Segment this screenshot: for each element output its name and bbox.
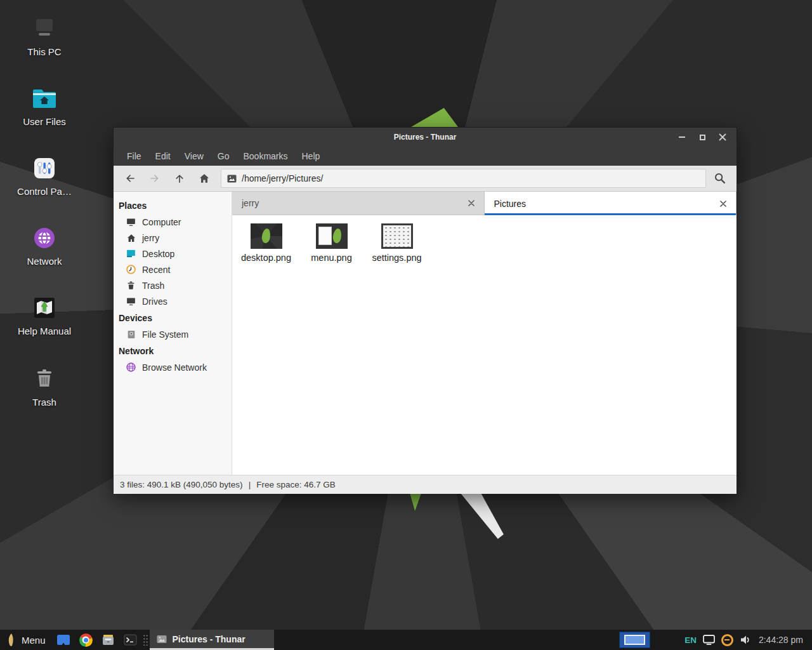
- file-menu-png[interactable]: menu.png: [299, 223, 364, 263]
- file-grid[interactable]: desktop.png menu.png settings.png: [232, 215, 737, 475]
- computer-icon: [6, 15, 82, 42]
- update-manager-icon[interactable]: [721, 634, 733, 646]
- home-icon: [198, 172, 211, 185]
- tab-label: jerry: [242, 198, 259, 208]
- toolbar: /home/jerry/Pictures/: [114, 166, 737, 192]
- sidebar-item-label: File System: [142, 329, 188, 340]
- sidebar-item-trash[interactable]: Trash: [114, 277, 232, 293]
- files-summary: 3 files: 490.1 kB (490,050 bytes): [120, 480, 243, 489]
- launcher-file-manager[interactable]: [97, 630, 119, 650]
- desktop-icon-trash[interactable]: Trash: [6, 366, 82, 408]
- sidebar-item-file-system[interactable]: File System: [114, 326, 232, 342]
- tab-close-button[interactable]: [720, 201, 726, 207]
- launcher-chrome[interactable]: [75, 630, 97, 650]
- desktop-icon-control-panel[interactable]: Control Pa…: [6, 155, 82, 197]
- menubar: File Edit View Go Bookmarks Help: [114, 147, 737, 166]
- close-icon: [719, 133, 726, 141]
- path-bar[interactable]: /home/jerry/Pictures/: [221, 169, 706, 188]
- sidebar-item-label: Browse Network: [142, 362, 207, 373]
- tab-jerry[interactable]: jerry: [232, 192, 485, 215]
- keyboard-layout-indicator[interactable]: EN: [684, 635, 697, 645]
- tab-close-button[interactable]: [468, 200, 475, 206]
- menu-view[interactable]: View: [178, 148, 211, 164]
- sidebar-item-computer[interactable]: Computer: [114, 214, 232, 230]
- menu-go[interactable]: Go: [211, 148, 237, 164]
- clock-icon: [126, 264, 136, 275]
- forward-button[interactable]: [142, 168, 167, 189]
- desktop-icon-user-files[interactable]: User Files: [6, 85, 82, 127]
- sidebar-item-label: Drives: [142, 296, 167, 307]
- back-button[interactable]: [117, 168, 142, 189]
- menu-bookmarks[interactable]: Bookmarks: [236, 148, 294, 164]
- volume-icon[interactable]: [739, 633, 752, 646]
- sidebar-item-browse-network[interactable]: Browse Network: [114, 359, 232, 375]
- sidebar-item-drives[interactable]: Drives: [114, 293, 232, 309]
- trash-icon: [6, 366, 82, 392]
- launcher-terminal[interactable]: [119, 630, 141, 650]
- search-icon: [713, 171, 727, 185]
- status-separator: |: [249, 480, 251, 489]
- image-file-icon: [227, 175, 237, 183]
- help-manual-icon: [6, 295, 82, 321]
- file-settings-png[interactable]: settings.png: [364, 223, 429, 263]
- close-icon: [720, 201, 726, 207]
- desktop-icon-help-manual[interactable]: Help Manual: [6, 295, 82, 336]
- taskbar-window-title: Pictures - Thunar: [173, 634, 246, 644]
- control-panel-icon: [6, 155, 82, 182]
- sidebar-item-label: Desktop: [142, 249, 174, 259]
- search-button[interactable]: [706, 168, 734, 189]
- workspace-window-preview: [624, 635, 645, 645]
- menu-file[interactable]: File: [120, 148, 148, 164]
- sidebar-item-desktop[interactable]: Desktop: [114, 246, 232, 262]
- drive-icon: [126, 296, 136, 307]
- sidebar-item-jerry-home[interactable]: jerry: [114, 230, 232, 246]
- tab-pictures[interactable]: Pictures: [485, 192, 737, 215]
- desktop: This PC User Files Control Pa… Network H…: [0, 0, 812, 650]
- sidebar-item-recent[interactable]: Recent: [114, 262, 232, 277]
- maximize-button[interactable]: [692, 128, 712, 147]
- wallpaper-logo-fragment: [461, 493, 505, 539]
- desktop-icon-label: Help Manual: [6, 326, 82, 336]
- menu-help[interactable]: Help: [295, 148, 327, 164]
- close-button[interactable]: [712, 128, 733, 147]
- hard-disk-icon: [126, 329, 136, 340]
- back-arrow-icon: [124, 172, 136, 185]
- maximize-icon: [700, 135, 705, 140]
- taskbar-window-button[interactable]: Pictures - Thunar: [150, 630, 274, 650]
- up-button[interactable]: [167, 168, 192, 189]
- tab-bar: jerry Pictures: [232, 192, 737, 215]
- panel-separator: [143, 634, 148, 646]
- clock[interactable]: 2:44:28 pm: [759, 635, 807, 645]
- image-thumbnail: [381, 223, 413, 249]
- status-bar: 3 files: 490.1 kB (490,050 bytes) | Free…: [114, 475, 737, 494]
- file-cabinet-icon: [101, 633, 115, 647]
- sidebar-item-label: Trash: [142, 281, 164, 291]
- menu-edit[interactable]: Edit: [148, 148, 178, 164]
- display-icon[interactable]: [702, 634, 716, 646]
- forward-arrow-icon: [148, 172, 161, 185]
- user-files-folder-icon: [6, 85, 82, 112]
- desktop-icon-label: Trash: [6, 397, 82, 408]
- workspace-switcher[interactable]: [619, 632, 650, 648]
- desktop-icon-label: Network: [6, 256, 82, 267]
- minimize-icon: [679, 136, 685, 138]
- menu-button[interactable]: Menu: [0, 630, 53, 650]
- computer-icon: [126, 216, 136, 227]
- titlebar[interactable]: Pictures - Thunar: [114, 128, 737, 147]
- desktop-icon-label: Control Pa…: [6, 186, 82, 197]
- sidebar-header-devices: Devices: [114, 309, 232, 326]
- wallpaper-logo-fragment: [411, 108, 458, 127]
- taskbar: Menu Pictures - Thunar EN 2:44:28: [0, 630, 812, 650]
- launcher-files-blue[interactable]: [53, 630, 75, 650]
- current-path: /home/jerry/Pictures/: [242, 173, 323, 183]
- sidebar-item-label: Computer: [142, 217, 181, 227]
- home-button[interactable]: [192, 168, 216, 189]
- sidebar-header-places: Places: [114, 197, 232, 214]
- desktop-icon-label: User Files: [6, 116, 82, 127]
- desktop-icon-network[interactable]: Network: [6, 225, 82, 267]
- mint-menu-icon: [6, 633, 16, 647]
- file-desktop-png[interactable]: desktop.png: [233, 223, 299, 263]
- desktop-icon-this-pc[interactable]: This PC: [6, 15, 82, 57]
- network-globe-icon: [6, 225, 82, 251]
- minimize-button[interactable]: [672, 128, 692, 147]
